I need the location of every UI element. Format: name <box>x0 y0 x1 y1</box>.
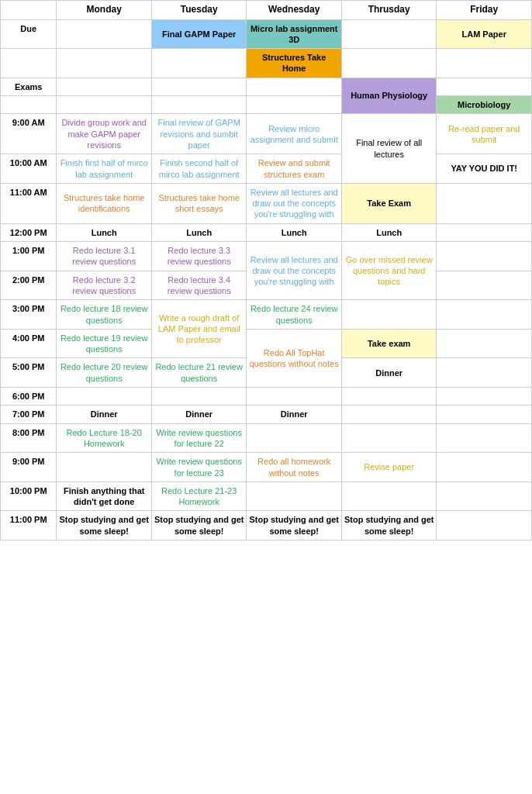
schedule-cell: Redo lecture 3.1 review questions <box>57 242 152 271</box>
schedule-cell <box>247 78 342 95</box>
cell-text: Redo All TopHat questions without notes <box>250 348 339 368</box>
schedule-cell <box>247 482 342 511</box>
header-wednesday: Wednesday <box>247 1 342 20</box>
schedule-cell: Structures take home short essays <box>151 183 247 223</box>
schedule-cell: Finish second half of mirco lab assignme… <box>151 154 247 184</box>
schedule-cell <box>151 78 247 95</box>
cell-text: Revise paper <box>364 462 414 471</box>
cell-text: Review micro assignment and submit <box>250 124 338 144</box>
table-row: 12:00 PMLunchLunchLunchLunch <box>1 223 532 241</box>
schedule-cell: Lunch <box>341 223 437 241</box>
time-label: 9:00 AM <box>1 114 57 154</box>
schedule-cell: Revise paper <box>341 453 437 482</box>
schedule-cell <box>437 423 532 453</box>
cell-text: Final GAPM Paper <box>162 29 236 39</box>
schedule-cell <box>437 358 532 388</box>
schedule-cell: Final review of GAPM revisions and sumbi… <box>151 114 247 154</box>
cell-text: Dinner <box>91 409 118 419</box>
schedule-cell: Lunch <box>247 223 342 241</box>
schedule-cell: YAY YOU DID IT! <box>437 154 532 184</box>
header-monday: Monday <box>57 1 152 20</box>
time-label: 10:00 AM <box>1 154 57 184</box>
cell-text: Stop studying and get some sleep! <box>154 515 244 535</box>
time-label: 7:00 PM <box>1 406 57 423</box>
schedule-cell <box>437 329 532 358</box>
schedule-cell <box>437 482 532 511</box>
cell-text: Review all lectures and draw out the con… <box>250 255 338 287</box>
schedule-cell: Redo lecture 21 review questions <box>151 358 247 388</box>
schedule-cell: Microbiology <box>437 96 532 114</box>
schedule-cell <box>437 271 532 300</box>
cell-text: Redo Lecture 21-23 Homework <box>161 486 237 506</box>
schedule-cell <box>57 49 152 78</box>
schedule-cell: Finish anything that didn't get done <box>57 482 152 511</box>
time-label: Due <box>1 19 57 49</box>
schedule-cell <box>341 49 437 78</box>
cell-text: Human Physiology <box>351 91 427 100</box>
schedule-cell: Review all lectures and draw out the con… <box>247 183 342 223</box>
schedule-cell <box>341 406 437 423</box>
cell-text: Structures Take Home <box>262 53 326 73</box>
schedule-cell <box>247 423 342 453</box>
table-row: Structures Take Home <box>1 49 532 78</box>
schedule-cell: Structures take home identifications <box>57 183 152 223</box>
table-row: 8:00 PMRedo Lecture 18-20 HomeworkWrite … <box>1 423 532 453</box>
cell-text: Microbiology <box>458 100 510 109</box>
table-row: 11:00 AMStructures take home identificat… <box>1 183 532 223</box>
table-row: 1:00 PMRedo lecture 3.1 review questions… <box>1 242 532 271</box>
schedule-cell: Structures Take Home <box>247 49 342 78</box>
schedule-cell <box>57 388 152 406</box>
cell-text: Dinner <box>185 409 212 419</box>
schedule-cell: Write review questions for lecture 23 <box>151 453 247 482</box>
schedule-cell <box>247 96 342 114</box>
schedule-cell <box>341 300 437 330</box>
table-row: 11:00 PMStop studying and get some sleep… <box>1 511 532 540</box>
schedule-cell: Redo lecture 24 review questions <box>247 300 342 330</box>
header-friday: Friday <box>437 1 532 20</box>
cell-text: Dinner <box>281 409 308 419</box>
schedule-cell: Stop studying and get some sleep! <box>247 511 342 540</box>
schedule-cell: Write review questions for lecture 22 <box>151 423 247 453</box>
schedule-cell <box>437 49 532 78</box>
schedule-cell: Take exam <box>341 329 437 358</box>
cell-text: Divide group work and make GAPM paper re… <box>61 118 146 150</box>
schedule-cell: Review all lectures and draw out the con… <box>247 242 342 300</box>
time-label: 11:00 PM <box>1 511 57 540</box>
table-row: 10:00 PMFinish anything that didn't get … <box>1 482 532 511</box>
schedule-cell <box>437 511 532 540</box>
cell-text: Redo lecture 21 review questions <box>155 362 243 382</box>
time-label: 1:00 PM <box>1 242 57 271</box>
cell-text: Redo lecture 3.2 review questions <box>72 275 136 295</box>
cell-text: Review all lectures and draw out the con… <box>250 188 338 219</box>
schedule-cell: Divide group work and make GAPM paper re… <box>57 114 152 154</box>
schedule-cell <box>151 96 247 114</box>
schedule-cell: Write a rough draft of LAM Paper and ema… <box>151 300 247 358</box>
schedule-cell: Dinner <box>247 406 342 423</box>
cell-text: Review and submit structures exam <box>258 158 330 178</box>
schedule-cell: Stop studying and get some sleep! <box>151 511 247 540</box>
schedule-cell <box>57 19 152 49</box>
schedule-cell: LAM Paper <box>437 19 532 49</box>
cell-text: Stop studying and get some sleep! <box>344 515 434 535</box>
cell-text: Structures take home short essays <box>158 193 240 213</box>
time-label <box>1 96 57 114</box>
schedule-cell <box>341 388 437 406</box>
time-label: 6:00 PM <box>1 388 57 406</box>
cell-text: Micro lab assignment 3D <box>250 24 337 44</box>
cell-text: Lunch <box>92 228 117 237</box>
schedule-cell: Finish first half of mirco lab assignmen… <box>57 154 152 184</box>
schedule-cell <box>247 388 342 406</box>
schedule-cell <box>437 78 532 95</box>
cell-text: Take Exam <box>367 198 411 208</box>
table-row: 7:00 PMDinnerDinnerDinner <box>1 406 532 423</box>
schedule-cell: Redo all homework without notes <box>247 453 342 482</box>
schedule-cell: Redo lecture 3.2 review questions <box>57 271 152 300</box>
schedule-cell <box>341 423 437 453</box>
schedule-cell: Dinner <box>57 406 152 423</box>
schedule-cell <box>151 388 247 406</box>
schedule-cell: Redo lecture 20 review questions <box>57 358 152 388</box>
table-row: 3:00 PMRedo lecture 18 review questionsW… <box>1 300 532 330</box>
schedule-cell: Re-read paper and submit <box>437 114 532 154</box>
time-label: 3:00 PM <box>1 300 57 330</box>
cell-text: Stop studying and get some sleep! <box>249 515 339 535</box>
